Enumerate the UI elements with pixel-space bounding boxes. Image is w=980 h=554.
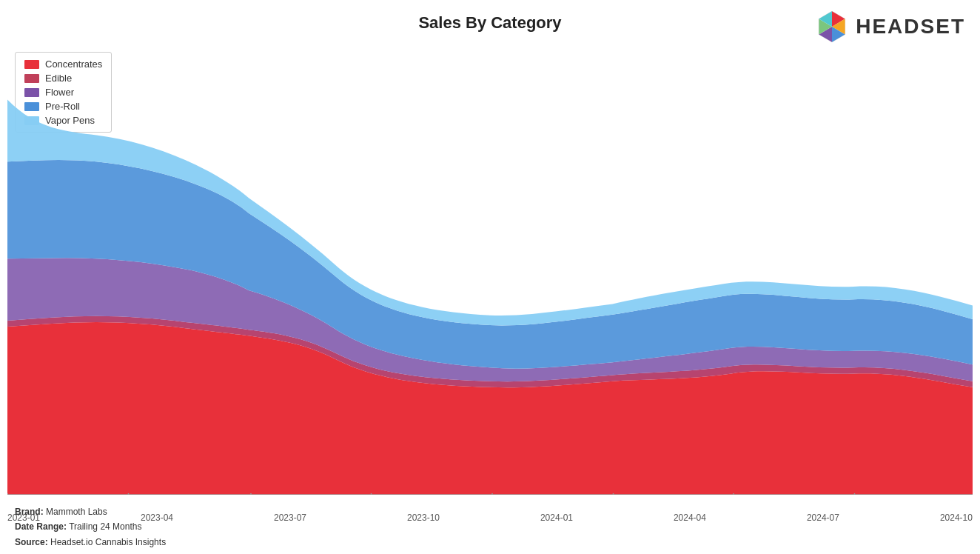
- xaxis-label: 2024-01: [540, 513, 573, 523]
- xaxis-label: 2023-07: [274, 513, 306, 523]
- xaxis-label: 2024-04: [674, 513, 706, 523]
- xaxis-label: 2024-07: [807, 513, 839, 523]
- footer-info: Brand: Mammoth Labs Date Range: Trailing…: [15, 504, 166, 550]
- xaxis-label: 2024-10: [940, 513, 973, 523]
- date-range-label: Date Range:: [15, 521, 67, 532]
- source-value: Headset.io Cannabis Insights: [50, 537, 166, 547]
- brand-value: Mammoth Labs: [46, 507, 107, 517]
- chart-svg: [7, 48, 973, 495]
- chart-title: Sales By Category: [0, 13, 980, 33]
- source-label: Source:: [15, 537, 48, 547]
- date-range-value: Trailing 24 Months: [69, 521, 141, 532]
- page-container: HEADSET Sales By Category ConcentratesEd…: [0, 0, 980, 554]
- chart-area: [7, 48, 973, 495]
- brand-label: Brand:: [15, 507, 44, 517]
- xaxis-label: 2023-10: [407, 513, 440, 523]
